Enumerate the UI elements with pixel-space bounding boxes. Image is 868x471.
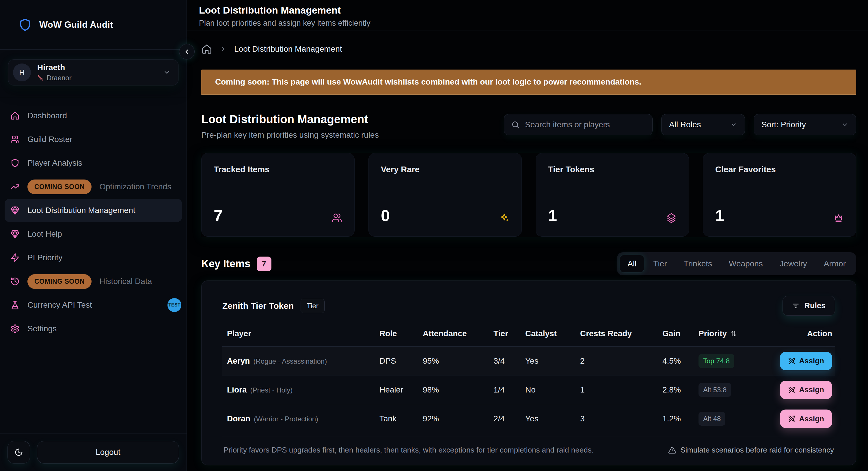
tab-jewelry[interactable]: Jewelry [772, 255, 814, 272]
sidebar-item-settings[interactable]: Settings [5, 317, 182, 340]
sidebar-item-label: Optimization Trends [99, 182, 171, 191]
category-tabs: AllTierTrinketsWeaponsJewelryArmor [617, 252, 856, 275]
sidebar-item-historical-data[interactable]: COMING SOONHistorical Data [5, 270, 182, 293]
assign-button[interactable]: Assign [780, 409, 832, 428]
logo-row: WoW Guild Audit [0, 0, 187, 49]
role-cell: Tank [379, 414, 423, 424]
sidebar-item-dashboard[interactable]: Dashboard [5, 104, 182, 127]
player-name: Doran [227, 414, 250, 424]
user-section: H Hiraeth Draenor [0, 49, 187, 97]
priority-note: Priority favors DPS upgrades first, then… [223, 446, 594, 455]
gain-cell: 1.2% [662, 414, 699, 424]
sidebar-item-pi-priority[interactable]: PI Priority [5, 246, 182, 269]
sidebar-item-label: Loot Help [27, 229, 62, 239]
sort-filter-select[interactable]: Sort: Priority [754, 114, 856, 135]
sidebar-item-loot-help[interactable]: Loot Help [5, 223, 182, 246]
tab-trinkets[interactable]: Trinkets [676, 255, 720, 272]
stat-value: 1 [715, 207, 724, 224]
sidebar-item-player-analysis[interactable]: Player Analysis [5, 152, 182, 175]
breadcrumb-current: Loot Distribution Management [234, 44, 342, 54]
player-spec: (Priest - Holy) [250, 386, 292, 394]
column-header-attendance: Attendance [423, 329, 494, 338]
sidebar-collapse-button[interactable] [179, 44, 195, 60]
user-name: Hiraeth [37, 63, 157, 72]
chevron-down-icon [841, 121, 848, 128]
stat-label: Very Rare [381, 165, 509, 174]
test-badge: TEST [167, 298, 181, 312]
tab-weapons[interactable]: Weapons [721, 255, 770, 272]
loot-table: PlayerRoleAttendanceTierCatalystCrests R… [222, 329, 835, 433]
theme-toggle-button[interactable] [7, 441, 30, 464]
role-cell: DPS [379, 357, 423, 366]
column-header-player: Player [227, 329, 379, 338]
user-card[interactable]: H Hiraeth Draenor [8, 60, 179, 86]
sidebar-footer: Logout [0, 433, 187, 471]
sidebar-item-label: Currency API Test [27, 300, 92, 310]
sidebar-item-label: PI Priority [27, 253, 62, 262]
key-items-title: Key Items [201, 258, 250, 270]
sidebar-item-label: Historical Data [99, 277, 152, 286]
item-name: Zenith Tier Token [222, 301, 294, 311]
coming-soon-banner: Coming soon: This page will use WowAudit… [201, 70, 856, 95]
column-header-role: Role [379, 329, 423, 338]
sidebar-item-optimization-trends[interactable]: COMING SOONOptimization Trends [5, 175, 182, 198]
crests-ready-cell: 2 [580, 357, 662, 366]
coming-soon-badge: COMING SOON [27, 274, 92, 289]
sidebar-item-label: Player Analysis [27, 159, 82, 168]
role-filter-select[interactable]: All Roles [661, 114, 745, 135]
gain-cell: 2.8% [662, 385, 699, 395]
filter-controls: All Roles Sort: Priority [504, 114, 856, 135]
avatar: H [13, 64, 31, 81]
warning-icon [668, 446, 676, 454]
rules-button[interactable]: Rules [782, 296, 835, 316]
column-header-catalyst: Catalyst [525, 329, 580, 338]
tab-armor[interactable]: Armor [816, 255, 853, 272]
attendance-cell: 95% [423, 357, 494, 366]
layers-icon [666, 213, 677, 223]
catalyst-cell: Yes [525, 414, 580, 424]
tab-all[interactable]: All [620, 255, 644, 272]
content: Loot Distribution Management Coming soon… [187, 31, 868, 471]
gain-cell: 4.5% [662, 357, 699, 366]
stat-value: 0 [381, 207, 390, 224]
app-title: WoW Guild Audit [39, 20, 113, 30]
flask-icon [10, 300, 20, 310]
sort-icon [730, 330, 737, 337]
sidebar-item-guild-roster[interactable]: Guild Roster [5, 128, 182, 151]
catalyst-cell: No [525, 385, 580, 395]
key-items-count-badge: 7 [257, 257, 271, 271]
assign-button[interactable]: Assign [780, 352, 832, 370]
tier-progress-cell: 2/4 [494, 414, 525, 424]
section-header: Loot Distribution Management Pre-plan ke… [201, 113, 856, 140]
search-input[interactable] [525, 120, 645, 129]
stat-value: 7 [214, 207, 223, 224]
logout-button[interactable]: Logout [37, 441, 179, 464]
tier-progress-cell: 3/4 [494, 357, 525, 366]
sidebar-item-label: Dashboard [27, 111, 67, 120]
column-header-priority[interactable]: Priority [699, 329, 768, 338]
tab-tier[interactable]: Tier [646, 255, 674, 272]
stat-label: Tier Tokens [548, 165, 677, 174]
gear-icon [10, 324, 20, 333]
stat-label: Tracked Items [214, 165, 342, 174]
chevron-down-icon [163, 69, 170, 76]
card-footer: Priority favors DPS upgrades first, then… [222, 436, 835, 458]
section-title: Loot Distribution Management [201, 113, 379, 126]
player-spec: (Warrior - Protection) [254, 415, 318, 423]
sidebar-item-loot-distribution-management[interactable]: Loot Distribution Management [5, 199, 182, 222]
priority-badge: Top 74.8 [699, 354, 734, 368]
stat-card-very-rare: Very Rare0 [368, 153, 522, 237]
shield-icon [10, 159, 20, 168]
sword-icon [37, 75, 43, 81]
crests-ready-cell: 1 [580, 385, 662, 395]
home-icon[interactable] [201, 43, 212, 55]
priority-badge: Alt 48 [699, 412, 725, 426]
history-icon [10, 277, 20, 286]
crossed-swords-icon [788, 415, 796, 423]
stat-card-tier-tokens: Tier Tokens1 [536, 153, 689, 237]
assign-button[interactable]: Assign [780, 381, 832, 399]
key-items-header: Key Items 7 AllTierTrinketsWeaponsJewelr… [201, 252, 856, 275]
sidebar-item-currency-api-test[interactable]: Currency API TestTEST [5, 294, 182, 316]
gem-icon [10, 206, 20, 215]
page-subtitle: Plan loot priorities and assign key item… [199, 19, 868, 28]
